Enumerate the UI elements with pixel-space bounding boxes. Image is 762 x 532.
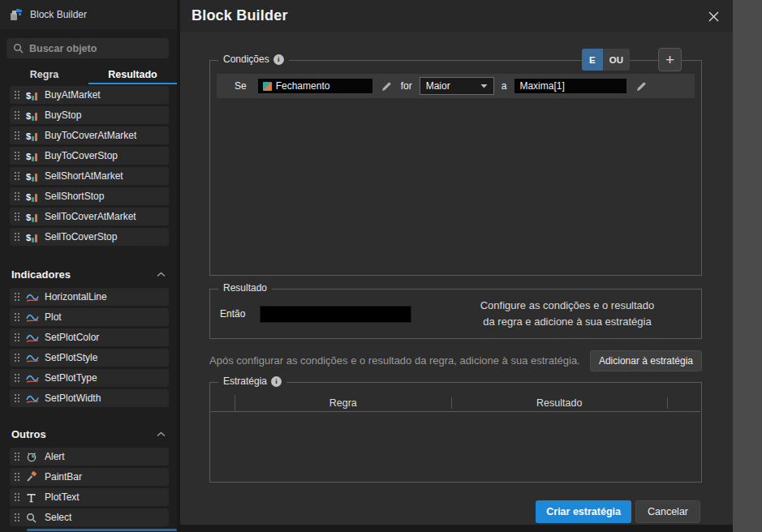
search-icon	[13, 43, 24, 54]
screen: Block Builder Regra Resultado $ BuyAtMar…	[0, 0, 762, 532]
drag-handle-icon[interactable]	[15, 393, 20, 403]
chevron-up-icon[interactable]	[157, 272, 166, 277]
block-item-sellshortstop[interactable]: $ SellShortStop	[10, 187, 169, 205]
conditions-legend: Condições i	[218, 54, 289, 65]
section-outros[interactable]: Outros	[0, 425, 177, 443]
info-icon: i	[273, 54, 284, 65]
indicator-wave-icon	[26, 332, 39, 343]
and-button[interactable]: E	[582, 49, 603, 71]
sidebar: Block Builder Regra Resultado $ BuyAtMar…	[0, 0, 177, 532]
block-item-plot[interactable]: Plot	[10, 308, 169, 326]
result-row: Então Configure as condições e o resulta…	[210, 290, 701, 338]
block-builder-app-icon	[10, 8, 23, 21]
block-item-sellshortatmarket[interactable]: $ SellShortAtMarket	[10, 167, 169, 185]
order-block-icon: $	[26, 170, 39, 182]
order-block-icon: $	[26, 130, 39, 141]
order-block-icon: $	[26, 150, 39, 161]
edit-pencil-icon[interactable]	[381, 79, 394, 92]
strategy-table: Regra Resultado	[211, 395, 700, 412]
condition-field2[interactable]: Maxima[1]	[514, 78, 627, 94]
horizontal-scrollbar[interactable]	[27, 529, 177, 531]
drag-handle-icon[interactable]	[15, 131, 20, 140]
block-list: $ BuyAtMarket $ BuyStop $ BuyToCoverAtMa…	[0, 86, 177, 529]
sidebar-window-title: Block Builder	[30, 9, 87, 20]
condition-field1[interactable]: Fechamento	[257, 78, 373, 94]
drag-handle-icon[interactable]	[15, 332, 20, 342]
block-item-plottext[interactable]: PlotText	[10, 488, 169, 506]
block-item-setplottype[interactable]: SetPlotType	[10, 369, 169, 387]
or-button[interactable]: OU	[603, 49, 630, 71]
block-item-buyatmarket[interactable]: $ BuyAtMarket	[10, 86, 169, 104]
drag-handle-icon[interactable]	[15, 212, 20, 221]
result-input[interactable]	[260, 306, 411, 323]
block-item-buystop[interactable]: $ BuyStop	[10, 106, 169, 124]
search-input[interactable]	[29, 43, 170, 54]
background-window	[733, 0, 762, 532]
se-label: Se	[235, 80, 247, 92]
strategy-legend: Estratégia i	[218, 375, 286, 387]
block-item-buytocoveratmarket[interactable]: $ BuyToCoverAtMarket	[10, 127, 169, 144]
paint-brush-icon	[26, 471, 39, 483]
block-item-setplotstyle[interactable]: SetPlotStyle	[10, 349, 169, 367]
block-item-setplotcolor[interactable]: SetPlotColor	[10, 328, 169, 346]
alarm-clock-icon	[26, 451, 39, 462]
a-label: a	[502, 80, 507, 92]
info-icon: i	[271, 376, 282, 387]
sidebar-tabs: Regra Resultado	[0, 66, 177, 84]
strategy-col-actions	[668, 395, 700, 411]
chevron-down-icon	[480, 84, 488, 88]
indicator-wave-icon	[26, 311, 39, 323]
sidebar-titlebar: Block Builder	[0, 0, 177, 29]
drag-handle-icon[interactable]	[15, 232, 20, 242]
order-block-icon: $	[26, 109, 39, 121]
result-panel: Resultado Então Configure as condições e…	[209, 289, 702, 339]
indicator-wave-icon	[26, 393, 39, 404]
conditions-panel: Condições i E OU + Se Fechamento for M	[209, 60, 702, 276]
strategy-col-resultado: Resultado	[452, 397, 669, 409]
block-item-setplotwidth[interactable]: SetPlotWidth	[10, 389, 169, 407]
entao-label: Então	[220, 308, 252, 320]
add-strategy-row: Após configurar as condições e o resulta…	[209, 350, 702, 371]
block-item-horizontalline[interactable]: HorizontalLine	[10, 288, 169, 306]
tab-resultado[interactable]: Resultado	[88, 66, 177, 84]
block-item-select[interactable]: Select	[10, 508, 169, 526]
section-indicadores[interactable]: Indicadores	[0, 265, 177, 283]
strategy-col-regra: Regra	[235, 397, 452, 409]
drag-handle-icon[interactable]	[15, 472, 20, 482]
drag-handle-icon[interactable]	[15, 492, 20, 502]
drag-handle-icon[interactable]	[15, 312, 20, 322]
operator-select[interactable]: Maior	[420, 77, 494, 95]
add-to-strategy-button[interactable]: Adicionar à estratégia	[590, 350, 702, 371]
order-block-icon: $	[26, 191, 39, 202]
block-item-selltocoverstop[interactable]: $ SellToCoverStop	[10, 228, 169, 246]
chevron-up-icon[interactable]	[157, 431, 166, 437]
add-condition-button[interactable]: +	[658, 48, 682, 71]
block-item-alert[interactable]: Alert	[10, 448, 169, 466]
create-strategy-button[interactable]: Criar estratégia	[536, 500, 631, 523]
drag-handle-icon[interactable]	[15, 452, 20, 461]
close-icon[interactable]	[707, 10, 720, 23]
drag-handle-icon[interactable]	[15, 90, 20, 100]
drag-handle-icon[interactable]	[15, 191, 20, 201]
order-block-icon: $	[26, 211, 39, 222]
search-box[interactable]	[6, 38, 169, 58]
drag-handle-icon[interactable]	[15, 292, 20, 302]
drag-handle-icon[interactable]	[15, 353, 20, 363]
drag-handle-icon[interactable]	[15, 110, 20, 120]
condition-row: Se Fechamento for Maior a Maxima[1	[217, 74, 695, 98]
chart-mini-icon	[263, 82, 272, 91]
strategy-col-handle	[211, 395, 235, 411]
indicator-wave-icon	[26, 291, 39, 302]
block-item-selltocoveratmarket[interactable]: $ SellToCoverAtMarket	[10, 208, 169, 225]
tab-regra[interactable]: Regra	[0, 66, 88, 84]
drag-handle-icon[interactable]	[15, 171, 20, 181]
dialog-footer: Criar estratégia Cancelar	[536, 500, 700, 523]
drag-handle-icon[interactable]	[15, 373, 20, 383]
cancel-button[interactable]: Cancelar	[635, 500, 700, 523]
block-item-paintbar[interactable]: PaintBar	[10, 468, 169, 486]
edit-pencil-icon[interactable]	[635, 79, 648, 92]
indicator-wave-icon	[26, 372, 39, 384]
drag-handle-icon[interactable]	[15, 513, 20, 522]
drag-handle-icon[interactable]	[15, 151, 20, 161]
block-item-buytocoverstop[interactable]: $ BuyToCoverStop	[10, 147, 169, 165]
